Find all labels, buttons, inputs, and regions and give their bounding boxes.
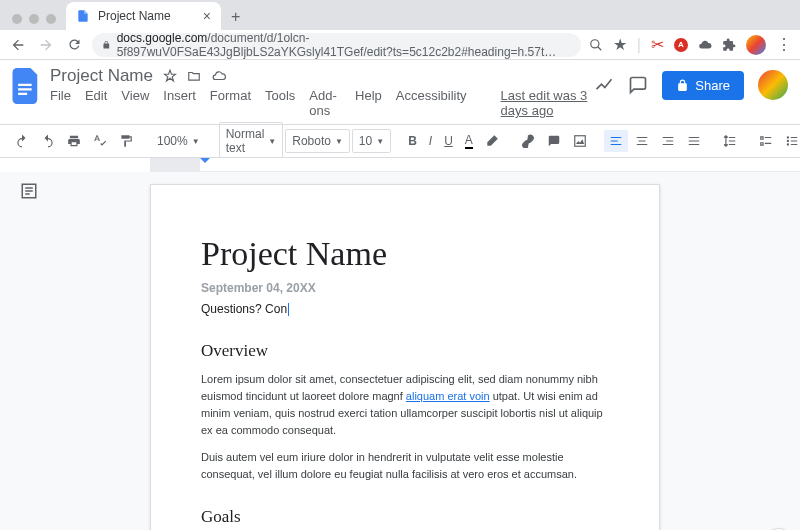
docs-header: Project Name File Edit View Insert Forma… <box>0 60 800 118</box>
menu-accessibility[interactable]: Accessibility <box>396 88 467 118</box>
svg-point-0 <box>591 39 599 47</box>
align-left-button[interactable] <box>604 130 628 152</box>
new-tab-button[interactable]: + <box>221 8 250 30</box>
user-avatar[interactable] <box>758 70 788 100</box>
zoom-dropdown[interactable]: 100%▼ <box>150 129 207 153</box>
address-actions: ★ | ✂ A ⋮ <box>589 35 792 55</box>
menu-format[interactable]: Format <box>210 88 251 118</box>
doc-heading-1: Project Name <box>201 235 609 273</box>
extension-adblock-icon[interactable]: A <box>674 38 688 52</box>
url-box[interactable]: docs.google.com/document/d/1olcn-5f897wu… <box>92 33 581 57</box>
browser-profile-avatar[interactable] <box>746 35 766 55</box>
document-page[interactable]: Project Name September 04, 20XX Question… <box>150 184 660 530</box>
align-right-button[interactable] <box>656 130 680 152</box>
print-button[interactable] <box>62 130 86 152</box>
docs-logo-icon[interactable] <box>12 68 40 104</box>
menu-view[interactable]: View <box>121 88 149 118</box>
svg-point-5 <box>787 143 789 145</box>
style-dropdown[interactable]: Normal text▼ <box>219 122 284 160</box>
text-cursor <box>288 303 289 316</box>
align-center-button[interactable] <box>630 130 654 152</box>
tab-title: Project Name <box>98 9 195 23</box>
menu-addons[interactable]: Add-ons <box>309 88 341 118</box>
star-icon[interactable] <box>163 69 177 83</box>
share-button[interactable]: Share <box>662 71 744 100</box>
highlight-button[interactable] <box>480 130 504 152</box>
document-outline-button[interactable] <box>20 182 130 200</box>
font-size-dropdown[interactable]: 10▼ <box>352 129 391 153</box>
bold-button[interactable]: B <box>403 130 422 152</box>
text-color-button[interactable]: A <box>460 129 478 153</box>
bulleted-list-button[interactable] <box>780 130 800 152</box>
explore-button[interactable] <box>761 523 798 530</box>
zoom-icon[interactable] <box>589 38 603 52</box>
extension-cloud-icon[interactable] <box>698 38 712 52</box>
spellcheck-button[interactable] <box>88 130 112 152</box>
tab-close-icon[interactable]: × <box>203 8 211 24</box>
browser-menu-icon[interactable]: ⋮ <box>776 35 792 54</box>
activity-icon[interactable] <box>594 75 614 95</box>
move-icon[interactable] <box>187 69 201 83</box>
insert-link-button[interactable] <box>516 130 540 152</box>
docs-favicon-icon <box>76 9 90 23</box>
insert-comment-button[interactable] <box>542 130 566 152</box>
workspace: Project Name September 04, 20XX Question… <box>0 172 800 530</box>
doc-date: September 04, 20XX <box>201 281 609 295</box>
lock-icon <box>102 39 111 51</box>
svg-line-1 <box>598 46 602 50</box>
tab-strip: Project Name × + <box>0 0 800 30</box>
window-minimize[interactable] <box>29 14 39 24</box>
window-close[interactable] <box>12 14 22 24</box>
lock-icon <box>676 79 689 92</box>
font-dropdown[interactable]: Roboto▼ <box>285 129 350 153</box>
menu-file[interactable]: File <box>50 88 71 118</box>
svg-point-3 <box>787 136 789 138</box>
line-spacing-button[interactable] <box>718 130 742 152</box>
forward-button[interactable] <box>36 37 56 53</box>
window-maximize[interactable] <box>46 14 56 24</box>
svg-point-4 <box>787 140 789 142</box>
reload-button[interactable] <box>64 37 84 52</box>
svg-rect-2 <box>575 136 586 147</box>
checklist-button[interactable] <box>754 130 778 152</box>
last-edit-link[interactable]: Last edit was 3 days ago <box>501 88 595 118</box>
menu-insert[interactable]: Insert <box>163 88 196 118</box>
browser-tab[interactable]: Project Name × <box>66 2 221 30</box>
doc-heading-overview: Overview <box>201 341 609 361</box>
undo-button[interactable] <box>10 130 34 152</box>
underline-button[interactable]: U <box>439 130 458 152</box>
insert-image-button[interactable] <box>568 130 592 152</box>
doc-paragraph: Duis autem vel eum iriure dolor in hendr… <box>201 449 609 483</box>
menubar: File Edit View Insert Format Tools Add-o… <box>50 88 594 118</box>
doc-paragraph: Lorem ipsum dolor sit amet, consectetuer… <box>201 371 609 439</box>
redo-button[interactable] <box>36 130 60 152</box>
doc-heading-goals: Goals <box>201 507 609 527</box>
window-controls <box>8 14 66 30</box>
share-label: Share <box>695 78 730 93</box>
url-host: docs.google.com <box>117 31 208 45</box>
address-bar: docs.google.com/document/d/1olcn-5f897wu… <box>0 30 800 60</box>
document-title[interactable]: Project Name <box>50 66 153 86</box>
doc-questions-line: Questions? Con <box>201 299 609 317</box>
browser-chrome: Project Name × + docs.google.com/documen… <box>0 0 800 60</box>
menu-edit[interactable]: Edit <box>85 88 107 118</box>
bookmark-icon[interactable]: ★ <box>613 35 627 54</box>
comments-icon[interactable] <box>628 75 648 95</box>
extension-scissors-icon[interactable]: ✂ <box>651 35 664 54</box>
back-button[interactable] <box>8 37 28 53</box>
menu-tools[interactable]: Tools <box>265 88 295 118</box>
ruler[interactable] <box>150 158 800 172</box>
extensions-icon[interactable] <box>722 38 736 52</box>
doc-link[interactable]: aliquam erat voin <box>406 390 490 402</box>
cloud-status-icon[interactable] <box>211 69 227 83</box>
italic-button[interactable]: I <box>424 130 437 152</box>
menu-help[interactable]: Help <box>355 88 382 118</box>
align-justify-button[interactable] <box>682 130 706 152</box>
paint-format-button[interactable] <box>114 130 138 152</box>
toolbar: 100%▼ Normal text▼ Roboto▼ 10▼ B I U A 1… <box>0 124 800 158</box>
